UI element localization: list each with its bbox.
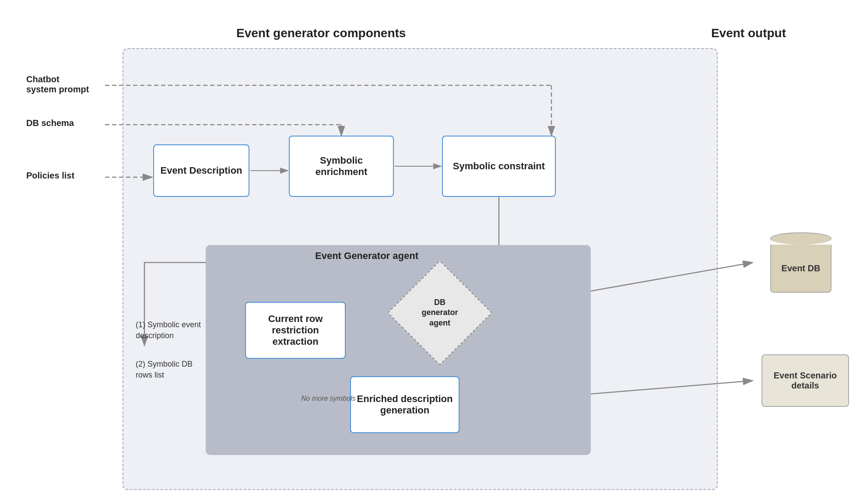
box-current-row-restriction: Current row restriction extraction [245, 302, 346, 359]
event-db-label: Event DB [782, 263, 821, 273]
input-chatbot-label: Chatbot system prompt [26, 74, 89, 94]
box-symbolic-enrichment: Symbolic enrichment [289, 136, 394, 197]
input-policies-label: Policies list [26, 171, 74, 181]
box-symbolic-constraint: Symbolic constraint [442, 136, 556, 197]
db-generator-label: DB generator agent [421, 298, 458, 328]
title-event-out: Event output [711, 26, 786, 40]
diamond-container: DB generator agent [403, 276, 477, 350]
box-event-description: Event Description [153, 144, 249, 197]
event-scenario-box: Event Scenario details [761, 354, 849, 407]
sub-label-symbolic-db: (2) Symbolic DB rows list [136, 359, 193, 381]
sub-label-symbolic-event: (1) Symbolic event description [136, 319, 201, 341]
box-enriched-description: Enriched description generation [350, 376, 460, 433]
no-more-symbols-label: No more symbols [301, 395, 355, 402]
title-event-gen: Event generator components [236, 26, 406, 40]
input-db-label: DB schema [26, 118, 74, 128]
inner-agent-title: Event Generator agent [315, 250, 418, 262]
event-db-cylinder: Event DB [761, 228, 840, 298]
